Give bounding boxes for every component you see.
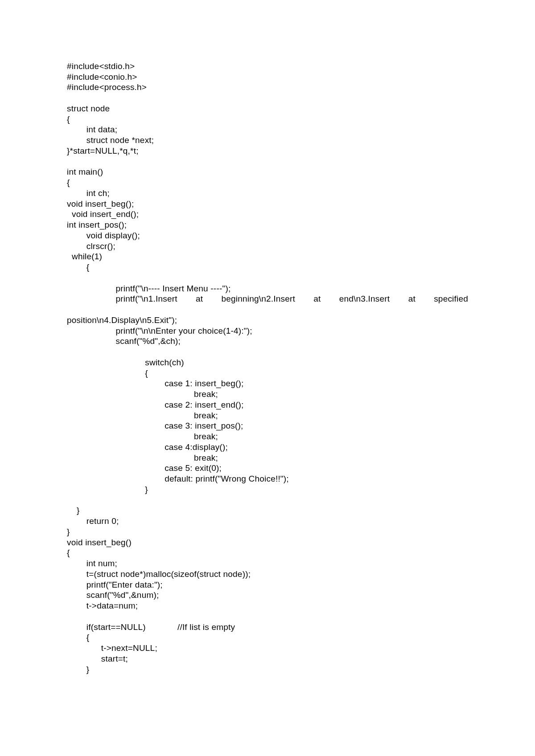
code-line: case 5: exit(0); <box>67 463 222 473</box>
code-line: } <box>67 527 70 536</box>
code-fragment: at <box>313 294 321 304</box>
code-line: break; <box>67 453 218 462</box>
code-line: { <box>67 368 148 378</box>
code-line: case 2: insert_end(); <box>67 400 244 409</box>
code-line: position\n4.Display\n5.Exit"); <box>67 315 177 325</box>
code-line: clrscr(); <box>67 241 115 251</box>
code-line: { <box>67 633 89 642</box>
code-line: return 0; <box>67 516 119 526</box>
code-line: break; <box>67 411 218 420</box>
code-line: break; <box>67 432 218 441</box>
code-line: t=(struct node*)malloc(sizeof(struct nod… <box>67 569 251 579</box>
code-line-justified: printf("\n1.Insertatbeginning\n2.Inserta… <box>67 294 468 304</box>
code-line: #include<conio.h> <box>67 72 137 82</box>
code-fragment: end\n3.Insert <box>339 294 390 304</box>
code-line: }*start=NULL,*q,*t; <box>67 146 139 155</box>
code-line: case 3: insert_pos(); <box>67 421 243 430</box>
code-fragment: printf("\n1.Insert <box>67 294 177 304</box>
code-line: printf("Enter data:"); <box>67 580 163 589</box>
code-line: { <box>67 262 89 272</box>
code-line: scanf("%d",&num); <box>67 590 159 600</box>
code-fragment: at <box>196 294 203 304</box>
code-line: scanf("%d",&ch); <box>67 336 181 346</box>
code-line: struct node *next; <box>67 135 154 145</box>
code-line: #include<process.h> <box>67 82 147 92</box>
code-line: t->next=NULL; <box>67 643 157 653</box>
document-page: #include<stdio.h> #include<conio.h> #inc… <box>0 0 535 756</box>
code-line: void insert_end(); <box>67 209 139 219</box>
code-line: } <box>67 665 89 674</box>
code-line: #include<stdio.h> <box>67 61 135 71</box>
code-line: case 1: insert_beg(); <box>67 379 244 388</box>
code-line: int ch; <box>67 188 110 198</box>
code-line: } <box>67 485 148 494</box>
code-line: { <box>67 548 70 557</box>
code-line: void insert_beg() <box>67 538 132 547</box>
code-line: int num; <box>67 559 117 568</box>
code-line: printf("\n---- Insert Menu ----"); <box>67 284 230 293</box>
code-line: { <box>67 178 70 187</box>
code-line: int data; <box>67 125 117 134</box>
code-line: break; <box>67 389 218 399</box>
code-line: } <box>67 506 79 515</box>
code-line: start=t; <box>67 654 128 663</box>
code-line: void display(); <box>67 231 140 240</box>
code-line: if(start==NULL) //If list is empty <box>67 622 235 632</box>
code-fragment: at <box>408 294 416 304</box>
code-line: struct node <box>67 104 110 113</box>
code-line: int insert_pos(); <box>67 220 127 229</box>
code-line: int main() <box>67 167 103 176</box>
code-line: { <box>67 114 70 124</box>
code-line: printf("\n\nEnter your choice(1-4):"); <box>67 326 252 335</box>
code-line: switch(ch) <box>67 358 184 367</box>
code-fragment: beginning\n2.Insert <box>222 294 295 304</box>
code-line: void insert_beg(); <box>67 199 134 208</box>
code-line: default: printf("Wrong Choice!!"); <box>67 474 289 483</box>
code-block: #include<stdio.h> #include<conio.h> #inc… <box>67 50 468 685</box>
code-line: while(1) <box>67 252 102 261</box>
code-line: case 4:display(); <box>67 442 228 452</box>
code-fragment: specified <box>434 294 468 304</box>
code-line: t->data=num; <box>67 601 138 610</box>
